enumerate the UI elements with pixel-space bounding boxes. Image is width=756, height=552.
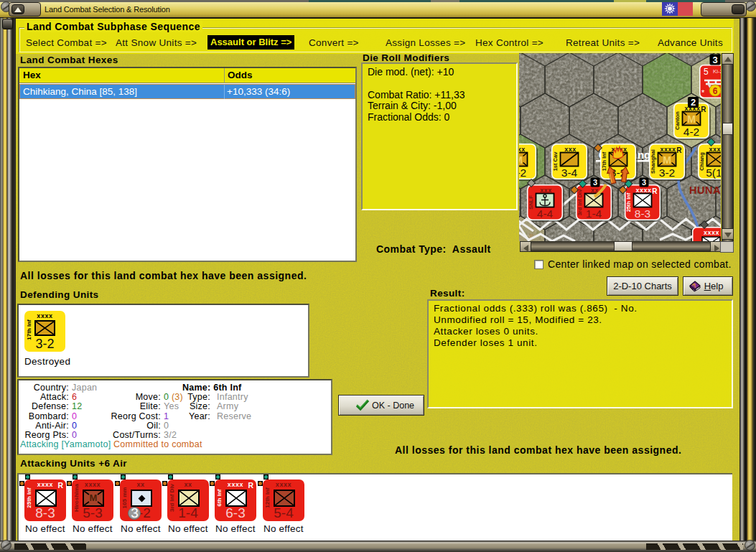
svg-text:2: 2 — [691, 97, 696, 108]
svg-text:xxx: xxx — [540, 187, 552, 194]
svg-text:xxx: xxx — [519, 146, 526, 153]
svg-text:3rd Inf Div: 3rd Inf Div — [577, 189, 583, 216]
svg-text:6: 6 — [713, 86, 718, 96]
svg-text:5: 5 — [704, 67, 709, 77]
svg-text:R: R — [701, 106, 706, 113]
svg-text:xxxx: xxxx — [635, 187, 651, 194]
svg-text:1st Cav: 1st Cav — [552, 151, 559, 172]
svg-text:R: R — [676, 146, 682, 154]
svg-text:3: 3 — [642, 178, 646, 187]
svg-text:Ki-27: Ki-27 — [713, 68, 721, 75]
svg-text:Shanghai: Shanghai — [650, 149, 656, 174]
svg-text:R: R — [652, 187, 658, 195]
svg-text:1-4: 1-4 — [586, 207, 602, 220]
svg-text:3-2: 3-2 — [659, 167, 675, 179]
svg-text:Chiang: Chiang — [699, 152, 705, 171]
svg-text:4-4: 4-4 — [537, 207, 554, 220]
svg-text:HUNAN: HUNAN — [689, 184, 721, 196]
svg-text:3: 3 — [593, 178, 597, 187]
svg-text:4-2: 4-2 — [683, 126, 699, 138]
svg-text:3: 3 — [712, 55, 717, 65]
svg-text:17th Inf: 17th Inf — [601, 151, 607, 171]
svg-text:5(1): 5(1) — [706, 167, 721, 179]
svg-text:*: * — [701, 88, 705, 97]
svg-text:M: M — [663, 154, 671, 166]
svg-text:xxxx: xxxx — [709, 146, 721, 153]
svg-text:M: M — [687, 113, 696, 125]
svg-text:4-2: 4-2 — [519, 167, 526, 179]
svg-text:25th Inf: 25th Inf — [625, 192, 632, 212]
svg-text:SNLF: SNLF — [528, 195, 534, 210]
svg-text:3-4: 3-4 — [561, 167, 578, 179]
svg-text:xxxx: xxxx — [660, 146, 676, 153]
svg-text:8-3: 8-3 — [635, 207, 650, 220]
svg-text:xxx: xxx — [564, 146, 577, 153]
svg-text:M: M — [519, 154, 523, 166]
svg-text:xxxx: xxxx — [704, 229, 719, 236]
svg-text:Canton: Canton — [674, 111, 681, 130]
